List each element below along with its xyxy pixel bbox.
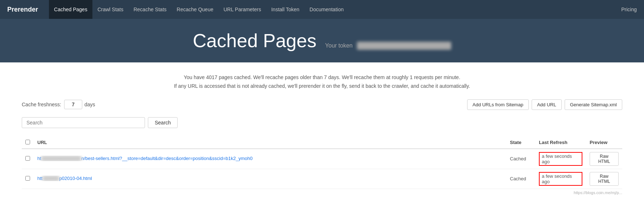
row2-last-refresh-highlight: a few seconds ago	[539, 172, 582, 186]
table-row: htt█████p02010-04.html Cached a few seco…	[22, 169, 622, 189]
page-title: Cached Pages	[193, 30, 316, 52]
row1-url-suffix: n/best-sellers.html?__store=default&dir=…	[81, 156, 253, 161]
row1-checkbox[interactable]	[25, 156, 30, 161]
footer-link: https://blogs.coin.me/mj/p...	[22, 190, 622, 195]
table-row: ht████████████n/best-sellers.html?__stor…	[22, 149, 622, 169]
brand-logo[interactable]: Prerender	[7, 6, 38, 13]
token-value: ██████████████████	[357, 42, 451, 50]
row1-last-refresh-highlight: a few seconds ago	[539, 152, 582, 166]
nav-item-crawl-stats[interactable]: Crawl Stats	[92, 0, 129, 19]
info-line2: If any URL is accessed that is not alrea…	[22, 82, 622, 91]
row2-state-cell: Cached	[506, 169, 535, 189]
nav-item-url-parameters[interactable]: URL Parameters	[219, 0, 266, 19]
info-line1: You have 4017 pages cached. We'll recach…	[22, 73, 622, 82]
row1-url-prefix: ht	[37, 156, 41, 161]
row1-raw-html-button[interactable]: Raw HTML	[590, 152, 619, 166]
row1-url-cell: ht████████████n/best-sellers.html?__stor…	[34, 149, 506, 169]
col-header-url: URL	[34, 137, 506, 149]
controls-right-buttons: Add URLs from Sitemap Add URL Generate S…	[467, 99, 622, 110]
row2-url[interactable]: htt█████p02010-04.html	[37, 176, 92, 181]
nav-item-documentation[interactable]: Documentation	[304, 0, 349, 19]
cached-pages-table: URL State Last Refresh Preview ht███████…	[22, 137, 622, 189]
row2-url-cell: htt█████p02010-04.html	[34, 169, 506, 189]
token-label: Your token	[325, 42, 353, 49]
cache-freshness-label: Cache freshness:	[22, 102, 61, 107]
row2-url-suffix: p02010-04.html	[59, 176, 92, 181]
row1-url-blurred: ████████████	[41, 156, 82, 161]
main-content: You have 4017 pages cached. We'll recach…	[0, 62, 644, 201]
controls-row: Cache freshness: days Add URLs from Site…	[22, 99, 622, 110]
row1-url[interactable]: ht████████████n/best-sellers.html?__stor…	[37, 156, 253, 161]
nav-item-recache-queue[interactable]: Recache Queue	[172, 0, 219, 19]
row1-last-refresh-cell: a few seconds ago	[535, 149, 586, 169]
row2-url-blurred: █████	[42, 176, 59, 181]
select-all-checkbox[interactable]	[25, 140, 30, 144]
generate-sitemap-button[interactable]: Generate Sitemap.xml	[565, 99, 622, 110]
nav-items: Cached Pages Crawl Stats Recache Stats R…	[49, 0, 621, 19]
header-banner: Cached Pages Your token ████████████████…	[0, 19, 644, 62]
nav-item-cached-pages[interactable]: Cached Pages	[49, 0, 92, 19]
add-urls-from-sitemap-button[interactable]: Add URLs from Sitemap	[467, 99, 529, 110]
cache-freshness-days: days	[84, 102, 95, 107]
nav-item-install-token[interactable]: Install Token	[266, 0, 304, 19]
table-wrapper: URL State Last Refresh Preview ht███████…	[22, 137, 622, 195]
search-button[interactable]: Search	[148, 117, 178, 128]
col-header-checkbox	[22, 137, 34, 149]
row2-raw-html-button[interactable]: Raw HTML	[590, 172, 619, 186]
col-header-state: State	[506, 137, 535, 149]
info-section: You have 4017 pages cached. We'll recach…	[22, 73, 622, 91]
row1-checkbox-cell	[22, 149, 34, 169]
add-url-button[interactable]: Add URL	[532, 99, 562, 110]
cache-freshness-input[interactable]	[64, 100, 82, 109]
row2-url-prefix: htt	[37, 176, 42, 181]
nav-item-recache-stats[interactable]: Recache Stats	[128, 0, 171, 19]
row2-checkbox-cell	[22, 169, 34, 189]
row2-checkbox[interactable]	[25, 176, 30, 181]
row1-preview-cell: Raw HTML	[586, 149, 622, 169]
table-header-row: URL State Last Refresh Preview	[22, 137, 622, 149]
row1-state-cell: Cached	[506, 149, 535, 169]
col-header-preview: Preview	[586, 137, 622, 149]
row2-preview-cell: Raw HTML	[586, 169, 622, 189]
search-input[interactable]	[22, 117, 145, 128]
row2-last-refresh-cell: a few seconds ago	[535, 169, 586, 189]
search-row: Search	[22, 117, 622, 128]
col-header-last-refresh: Last Refresh	[535, 137, 586, 149]
navbar: Prerender Cached Pages Crawl Stats Recac…	[0, 0, 644, 19]
nav-pricing[interactable]: Pricing	[621, 7, 637, 12]
